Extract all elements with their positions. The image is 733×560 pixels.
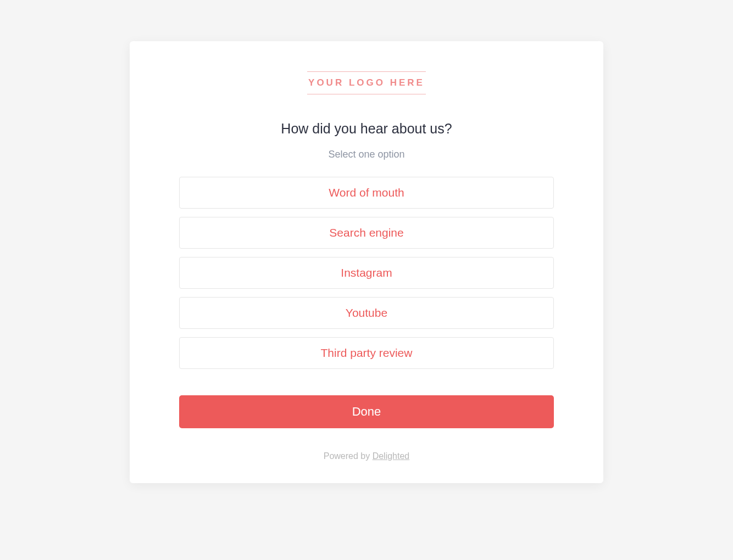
powered-by-footer: Powered by Delighted xyxy=(324,451,410,461)
option-third-party-review[interactable]: Third party review xyxy=(179,337,554,369)
logo-placeholder: YOUR LOGO HERE xyxy=(307,71,426,94)
survey-question: How did you hear about us? xyxy=(281,121,452,137)
survey-instruction: Select one option xyxy=(328,149,404,160)
survey-card: YOUR LOGO HERE How did you hear about us… xyxy=(130,41,603,483)
done-button[interactable]: Done xyxy=(179,395,554,428)
powered-by-prefix: Powered by xyxy=(324,451,373,461)
powered-by-link[interactable]: Delighted xyxy=(373,451,410,461)
options-list: Word of mouth Search engine Instagram Yo… xyxy=(179,177,554,369)
option-search-engine[interactable]: Search engine xyxy=(179,217,554,249)
option-youtube[interactable]: Youtube xyxy=(179,297,554,329)
option-word-of-mouth[interactable]: Word of mouth xyxy=(179,177,554,209)
option-instagram[interactable]: Instagram xyxy=(179,257,554,289)
